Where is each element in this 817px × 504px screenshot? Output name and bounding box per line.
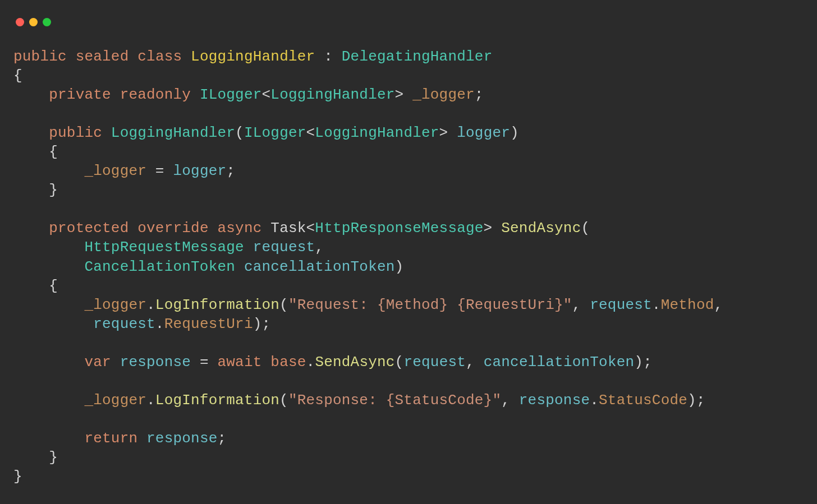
keyword-public: public bbox=[13, 48, 67, 65]
punct-comma: , bbox=[714, 297, 723, 313]
punct-gt: > bbox=[484, 220, 493, 237]
param-logger: logger bbox=[457, 124, 510, 141]
paren-open: ( bbox=[279, 392, 288, 409]
param-logger: logger bbox=[173, 163, 226, 179]
generic-arg: LoggingHandler bbox=[270, 86, 394, 103]
keyword-var: var bbox=[84, 354, 111, 371]
method-sendasync: SendAsync bbox=[315, 354, 394, 371]
keyword-readonly: readonly bbox=[120, 86, 191, 103]
punct-dot: . bbox=[306, 354, 315, 371]
keyword-return: return bbox=[84, 430, 137, 447]
paren-open: ( bbox=[279, 297, 288, 313]
method-loginformation: LogInformation bbox=[155, 297, 279, 313]
keyword-async: async bbox=[218, 220, 262, 237]
paren-open: ( bbox=[395, 354, 404, 371]
base-class: DelegatingHandler bbox=[342, 48, 493, 65]
field-logger: _logger bbox=[84, 163, 146, 179]
type-cancellationtoken: CancellationToken bbox=[84, 258, 235, 275]
field-logger: _logger bbox=[84, 392, 146, 409]
keyword-private: private bbox=[49, 86, 111, 103]
punct-dot: . bbox=[146, 297, 155, 313]
method-loginformation: LogInformation bbox=[155, 392, 279, 409]
paren-close: ); bbox=[687, 392, 705, 409]
field-logger: _logger bbox=[84, 297, 146, 313]
member-statuscode: StatusCode bbox=[599, 392, 687, 409]
keyword-protected: protected bbox=[49, 220, 128, 237]
punct-eq: = bbox=[155, 163, 164, 179]
punct-semi: ; bbox=[475, 86, 484, 103]
close-icon[interactable] bbox=[16, 18, 24, 26]
punct-eq: = bbox=[200, 354, 209, 371]
string-literal: "Request: {Method} {RequestUri}" bbox=[288, 297, 572, 313]
brace-open: { bbox=[49, 278, 58, 294]
type-httpresponsemessage: HttpResponseMessage bbox=[315, 220, 483, 237]
punct-colon: : bbox=[324, 48, 333, 65]
punct-gt: > bbox=[439, 124, 448, 141]
param-request: request bbox=[590, 297, 652, 313]
member-method: Method bbox=[661, 297, 714, 313]
code-editor[interactable]: public sealed class LoggingHandler : Del… bbox=[0, 31, 817, 486]
keyword-sealed: sealed bbox=[76, 48, 129, 65]
punct-comma: , bbox=[466, 354, 475, 371]
keyword-await: await bbox=[218, 354, 262, 371]
punct-gt: > bbox=[395, 86, 404, 103]
brace-open: { bbox=[13, 67, 22, 84]
paren-close: ); bbox=[253, 316, 271, 332]
member-requesturi: RequestUri bbox=[164, 316, 253, 332]
punct-comma: , bbox=[315, 239, 324, 256]
local-response: response bbox=[146, 430, 217, 447]
param-cancellationtoken: cancellationToken bbox=[484, 354, 635, 371]
type-httprequestmessage: HttpRequestMessage bbox=[84, 239, 244, 256]
keyword-public: public bbox=[49, 124, 102, 141]
punct-semi: ; bbox=[217, 430, 226, 447]
local-response: response bbox=[120, 354, 191, 371]
punct-lt: < bbox=[306, 220, 315, 237]
brace-open: { bbox=[49, 144, 58, 160]
type-ilogger: ILogger bbox=[200, 86, 262, 103]
string-literal: "Response: {StatusCode}" bbox=[288, 392, 501, 409]
punct-semi: ; bbox=[226, 163, 235, 179]
brace-close: } bbox=[13, 468, 22, 485]
param-request: request bbox=[93, 316, 155, 332]
type-task: Task bbox=[270, 220, 306, 237]
punct-comma: , bbox=[572, 297, 581, 313]
minimize-icon[interactable] bbox=[29, 18, 38, 26]
paren-close: ) bbox=[395, 258, 404, 275]
param-request: request bbox=[253, 239, 315, 256]
ctor-name: LoggingHandler bbox=[111, 124, 235, 141]
field-logger: _logger bbox=[412, 86, 475, 103]
generic-arg: LoggingHandler bbox=[315, 124, 439, 141]
method-sendasync: SendAsync bbox=[501, 220, 581, 237]
punct-lt: < bbox=[262, 86, 271, 103]
param-cancellationtoken: cancellationToken bbox=[244, 258, 395, 275]
punct-dot: . bbox=[146, 392, 155, 409]
param-request: request bbox=[403, 354, 466, 371]
punct-dot: . bbox=[155, 316, 164, 332]
window-titlebar bbox=[0, 0, 817, 31]
brace-close: } bbox=[49, 449, 58, 466]
paren-open: ( bbox=[581, 220, 590, 237]
keyword-class: class bbox=[137, 48, 182, 65]
brace-close: } bbox=[49, 182, 58, 198]
class-name: LoggingHandler bbox=[191, 48, 315, 65]
param-type: ILogger bbox=[244, 124, 306, 141]
punct-comma: , bbox=[501, 392, 510, 409]
zoom-icon[interactable] bbox=[43, 18, 51, 26]
punct-lt: < bbox=[306, 124, 315, 141]
local-response: response bbox=[519, 392, 590, 409]
punct-dot: . bbox=[590, 392, 599, 409]
paren-open: ( bbox=[235, 124, 244, 141]
paren-close: ); bbox=[634, 354, 652, 371]
keyword-override: override bbox=[137, 220, 208, 237]
punct-dot: . bbox=[652, 297, 661, 313]
paren-close: ) bbox=[510, 124, 519, 141]
keyword-base: base bbox=[270, 354, 306, 371]
